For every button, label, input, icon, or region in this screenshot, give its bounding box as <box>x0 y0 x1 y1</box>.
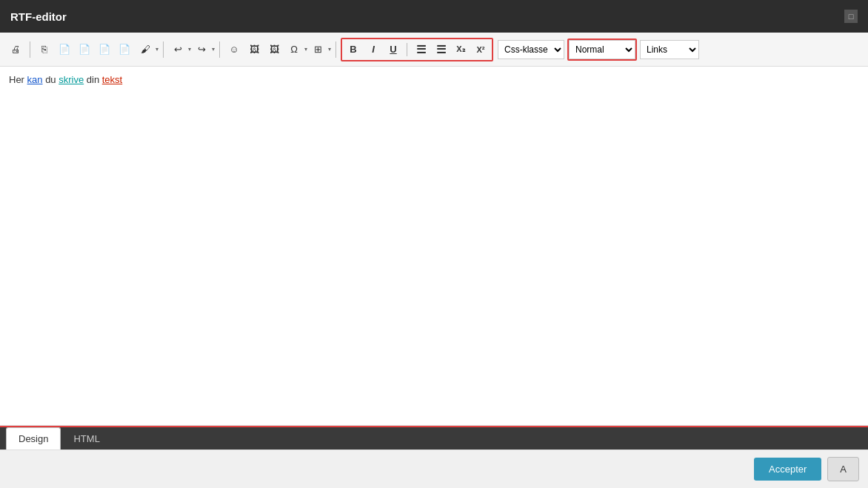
subscript-button[interactable]: X₂ <box>451 40 470 59</box>
undo-button[interactable]: ↩ <box>168 40 187 59</box>
paste-plain-button[interactable]: 📄 <box>75 40 94 59</box>
underline-button[interactable]: U <box>384 40 403 59</box>
toolbar-group-undo: ↩ ▾ ↪ ▾ <box>168 40 215 59</box>
unordered-list-button[interactable]: ☰ <box>431 40 450 59</box>
sep-1 <box>30 41 30 58</box>
bold-button[interactable]: B <box>344 40 363 59</box>
tab-bar: Design HTML <box>0 426 868 449</box>
normal-select[interactable]: Normal Heading 1 Heading 2 Heading 3 <box>569 40 635 59</box>
toolbar-group-special: ☺ 🖼 🖼 Ω ▾ ⊞ ▾ <box>224 40 331 59</box>
css-klasse-select[interactable]: Css-klasse <box>498 40 564 59</box>
brush-arrow: ▾ <box>156 46 158 53</box>
italic-button[interactable]: I <box>364 40 383 59</box>
footer-bar: Accepter A <box>0 449 868 488</box>
omega-button[interactable]: Ω <box>284 40 304 59</box>
maximize-button[interactable]: □ <box>844 10 858 23</box>
sep-3 <box>219 41 220 58</box>
undo-arrow: ▾ <box>188 46 191 53</box>
title-bar-controls: □ <box>844 10 858 23</box>
redo-arrow: ▾ <box>212 46 215 53</box>
tab-html[interactable]: HTML <box>61 427 112 449</box>
toolbar-group-brush: 🖌 ▾ <box>136 40 158 59</box>
text-kan: kan <box>27 74 43 85</box>
editor-flex: Her kan du skrive din tekst Design HTML … <box>0 67 868 488</box>
emoji-button[interactable]: ☺ <box>224 40 244 59</box>
formatting-group-highlighted: B I U ☰ ☰ X₂ X² <box>341 38 493 61</box>
editor-area[interactable]: Her kan du skrive din tekst <box>0 67 868 426</box>
format-selects: Css-klasse Normal Heading 1 Heading 2 He… <box>498 39 699 61</box>
copy-button[interactable]: ⎘ <box>35 40 54 59</box>
text-du: du <box>43 74 59 85</box>
tab-design[interactable]: Design <box>6 427 61 449</box>
image-button[interactable]: 🖼 <box>244 40 264 59</box>
title-bar: RTF-editor □ <box>0 0 868 33</box>
paste-html-button[interactable]: 📄 <box>115 40 134 59</box>
cancel-button[interactable]: A <box>827 457 859 481</box>
superscript-button[interactable]: X² <box>471 40 490 59</box>
table-button[interactable]: ⊞ <box>308 40 327 59</box>
links-select[interactable]: Links <box>640 40 699 59</box>
app-title: RTF-editor <box>10 10 67 23</box>
editor-content: Her kan du skrive din tekst <box>9 74 859 85</box>
brush-button[interactable]: 🖌 <box>136 40 155 59</box>
table-arrow: ▾ <box>328 46 331 53</box>
paste-button[interactable]: 📄 <box>55 40 74 59</box>
paste-word-button[interactable]: 📄 <box>95 40 114 59</box>
image2-button[interactable]: 🖼 <box>264 40 284 59</box>
sep-format <box>407 43 407 56</box>
content-wrapper: 🖨 ⎘ 📄 📄 📄 📄 🖌 ▾ ↩ ▾ ↪ ▾ <box>0 33 868 488</box>
sep-2 <box>163 41 164 58</box>
text-din: din <box>84 74 102 85</box>
text-tekst: tekst <box>102 74 122 85</box>
sep-4 <box>335 41 336 58</box>
text-her: Her <box>9 74 27 85</box>
normal-select-wrapper: Normal Heading 1 Heading 2 Heading 3 <box>567 39 637 61</box>
text-skrive: skrive <box>59 74 84 85</box>
toolbar-group-clipboard: 🖨 <box>6 40 25 59</box>
ordered-list-button[interactable]: ☰ <box>411 40 430 59</box>
toolbar: 🖨 ⎘ 📄 📄 📄 📄 🖌 ▾ ↩ ▾ ↪ ▾ <box>0 33 868 67</box>
toolbar-group-paste: ⎘ 📄 📄 📄 📄 <box>35 40 134 59</box>
print-button[interactable]: 🖨 <box>6 40 25 59</box>
redo-button[interactable]: ↪ <box>192 40 211 59</box>
omega-arrow: ▾ <box>304 46 307 53</box>
accept-button[interactable]: Accepter <box>754 458 821 481</box>
